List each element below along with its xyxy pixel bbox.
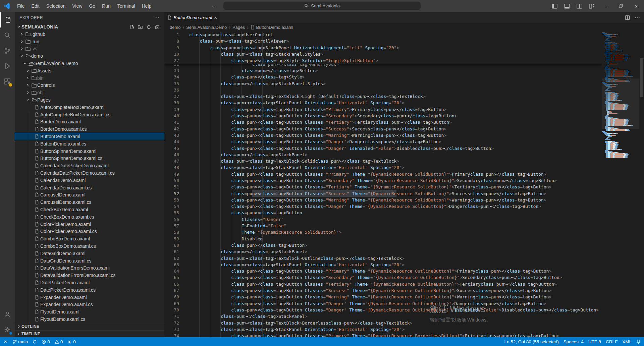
tree-file-borderdemo.axaml.cs[interactable]: BorderDemo.axaml.cs [15, 125, 164, 133]
tree-file-buttondemo.axaml.cs[interactable]: ButtonDemo.axaml.cs [15, 140, 164, 148]
chevron-right-icon[interactable] [19, 33, 24, 36]
code-line-8[interactable]: 8 class=pun><class=tag>ScrollViewer> [164, 38, 602, 44]
menu-run[interactable]: Run [99, 0, 114, 12]
status-bell[interactable] [636, 340, 641, 344]
code-line-36[interactable]: 36 [164, 87, 602, 93]
code-line-58[interactable]: 58 Theme="{DynamicResource SolidButton}"… [164, 229, 602, 235]
tree-folder-demo[interactable]: demo [15, 52, 164, 60]
toggle-sidebar-icon[interactable] [550, 2, 559, 10]
chevron-down-icon[interactable] [19, 54, 24, 58]
menu-selection[interactable]: Selection [43, 0, 69, 12]
settings-gear-icon[interactable] [0, 322, 15, 337]
run-debug-icon[interactable] [0, 58, 15, 74]
breadcrumb-item-semi.avalonia.demo[interactable]: Semi.Avalonia.Demo [186, 25, 227, 30]
code-line-62[interactable]: 62 class=pun><class=tag>TextBlock>Outlin… [164, 255, 602, 261]
search-sidebar-icon[interactable] [0, 27, 15, 43]
tree-folder-bin[interactable]: bin [15, 74, 164, 82]
chevron-right-icon[interactable] [25, 91, 31, 94]
explorer-icon[interactable] [0, 12, 15, 27]
tab-close-icon[interactable]: × [214, 15, 217, 20]
timeline-section[interactable]: TIMELINE [15, 330, 164, 337]
explorer-more-icon[interactable]: ⋯ [154, 14, 160, 21]
code-line-39[interactable]: 39 class=pun><class=tag>Button Classes="… [164, 106, 602, 113]
code-line-71[interactable]: 71 class=pun></class=tag>StackPanel> [164, 313, 602, 320]
tree-folder-obj[interactable]: obj [15, 89, 164, 96]
code-line-33[interactable]: 33 class=pun></class=tag>Setter> [164, 67, 602, 74]
refresh-icon[interactable] [146, 24, 151, 30]
code-line-51[interactable]: 51 class=pun><class=tag>Button Classes="… [164, 184, 602, 190]
code-line-46[interactable]: 46 class=pun></class=tag>StackPanel> [164, 152, 602, 158]
minimize-button[interactable]: – [598, 0, 613, 12]
chevron-right-icon[interactable] [25, 83, 31, 87]
editor-more-icon[interactable]: ⋯ [635, 14, 640, 21]
tree-folder-.run[interactable]: .run [15, 38, 164, 45]
toggle-secondary-sidebar-icon[interactable] [575, 2, 584, 10]
tree-folder-.github[interactable]: .github [15, 31, 164, 38]
breadcrumb-item-demo[interactable]: demo [170, 25, 181, 30]
tree-file-autocompleteboxdemo.axaml.cs[interactable]: AutoCompleteBoxDemo.axaml.cs [15, 111, 164, 118]
tree-file-checkboxdemo.axaml.cs[interactable]: CheckBoxDemo.axaml.cs [15, 213, 164, 221]
tree-folder-.vs[interactable]: .vs [15, 45, 164, 53]
code-line-47[interactable]: 47 class=pun><class=tag>TextBlock>Solidc… [164, 158, 602, 164]
status-sync[interactable] [33, 340, 37, 344]
status-remote[interactable] [3, 339, 8, 344]
menu-terminal[interactable]: Terminal [114, 0, 139, 12]
code-line-56[interactable]: 56 Classes="Danger" [164, 216, 602, 223]
new-folder-icon[interactable] [138, 24, 143, 30]
code-line-49[interactable]: 49 class=pun><class=tag>Button Classes="… [164, 171, 602, 177]
breadcrumb-item-pages[interactable]: Pages [232, 25, 245, 30]
code-line-65[interactable]: 65 class=pun><class=tag>Button Classes="… [164, 274, 602, 281]
status-radio-tower[interactable]: 0 [67, 339, 76, 344]
status-utf-8[interactable]: UTF-8 [588, 339, 601, 344]
minimap[interactable] [602, 32, 639, 337]
tree-file-flyoutdemo.axaml.cs[interactable]: FlyoutDemo.axaml.cs [15, 315, 164, 323]
status-spaces[interactable]: Spaces: 4 [564, 339, 584, 344]
chevron-right-icon[interactable] [25, 69, 31, 72]
chevron-right-icon[interactable] [25, 76, 31, 80]
code-line-52[interactable]: 52 class=pun><class=tag>Button Classes="… [164, 190, 602, 196]
status-crlf[interactable]: CRLF [606, 339, 618, 344]
code-line-44[interactable]: 44 class=pun><class=tag>Button Classes="… [164, 138, 602, 145]
breadcrumb-item-buttondemo.axaml[interactable]: ButtonDemo.axaml [251, 25, 293, 30]
status-branch[interactable]: main [13, 339, 28, 344]
code-line-38[interactable]: 38 class=pun><class=tag>StackPanel Orien… [164, 100, 602, 106]
code-editor[interactable]: 32 class=pun></class=tag>MenuFlyout>33 c… [164, 32, 602, 337]
code-line-34[interactable]: 34 class=pun></class=tag>Style> [164, 74, 602, 80]
split-editor-icon[interactable] [625, 15, 630, 20]
extensions-icon[interactable] [0, 74, 15, 89]
code-line-57[interactable]: 57 IsEnabled="False" [164, 223, 602, 229]
tree-file-calendardemo.axaml[interactable]: CalendarDemo.axaml [15, 177, 164, 184]
menu-go[interactable]: Go [86, 0, 99, 12]
code-line-59[interactable]: 59 Disabled [164, 236, 602, 242]
tree-file-datavalidationerrorsdemo.axaml[interactable]: DataValidationErrorsDemo.axaml [15, 265, 164, 272]
code-line-42[interactable]: 42 class=pun><class=tag>Button Classes="… [164, 125, 602, 132]
chevron-down-icon[interactable] [22, 62, 28, 65]
code-line-61[interactable]: 61 class=pun></class=tag>StackPanel> [164, 248, 602, 255]
tree-file-expanderdemo.axaml.cs[interactable]: ExpanderDemo.axaml.cs [15, 301, 164, 308]
restore-button[interactable] [613, 0, 629, 12]
tree-file-datepickerdemo.axaml[interactable]: DatePickerDemo.axaml [15, 279, 164, 286]
code-line-69[interactable]: 69 class=pun><class=tag>Button Classes="… [164, 300, 602, 306]
code-line-9[interactable]: 9 class=pun><class=tag>StackPanel Horizo… [164, 45, 602, 51]
minimap-slider[interactable] [602, 78, 639, 129]
menu-view[interactable]: View [69, 0, 86, 12]
code-line-54[interactable]: 54 class=pun><class=tag>Button Classes="… [164, 203, 602, 210]
code-line-53[interactable]: 53 class=pun><class=tag>Button Classes="… [164, 197, 602, 203]
tree-file-calendardemo.axaml.cs[interactable]: CalendarDemo.axaml.cs [15, 184, 164, 191]
nav-back-button[interactable]: ← [211, 3, 217, 9]
workspace-root-row[interactable]: SEMI.AVALONIA [15, 23, 164, 31]
menu-file[interactable]: File [14, 0, 28, 12]
tree-file-expanderdemo.axaml[interactable]: ExpanderDemo.axaml [15, 294, 164, 301]
code-line-48[interactable]: 48 class=pun><class=tag>StackPanel Orien… [164, 164, 602, 171]
tree-file-buttondemo.axaml[interactable]: ButtonDemo.axaml [15, 133, 164, 140]
tree-file-carouseldemo.axaml[interactable]: CarouselDemo.axaml [15, 191, 164, 199]
code-line-74[interactable]: 74 class=pun><class=tag>Button Classes="… [164, 333, 602, 337]
menu-edit[interactable]: Edit [28, 0, 43, 12]
tree-file-carouseldemo.axaml.cs[interactable]: CarouselDemo.axaml.cs [15, 198, 164, 206]
code-line-60[interactable]: 60 class=pun></class=tag>Button> [164, 242, 602, 248]
tab-buttondemo[interactable]: ButtonDemo.axaml × [164, 12, 220, 23]
vertical-scrollbar[interactable] [639, 32, 644, 337]
tree-file-calendardatepickerdemo.axaml[interactable]: CalendarDatePickerDemo.axaml [15, 162, 164, 169]
status-error[interactable]: 0 [42, 339, 50, 344]
status-xml[interactable]: XML [622, 339, 632, 344]
